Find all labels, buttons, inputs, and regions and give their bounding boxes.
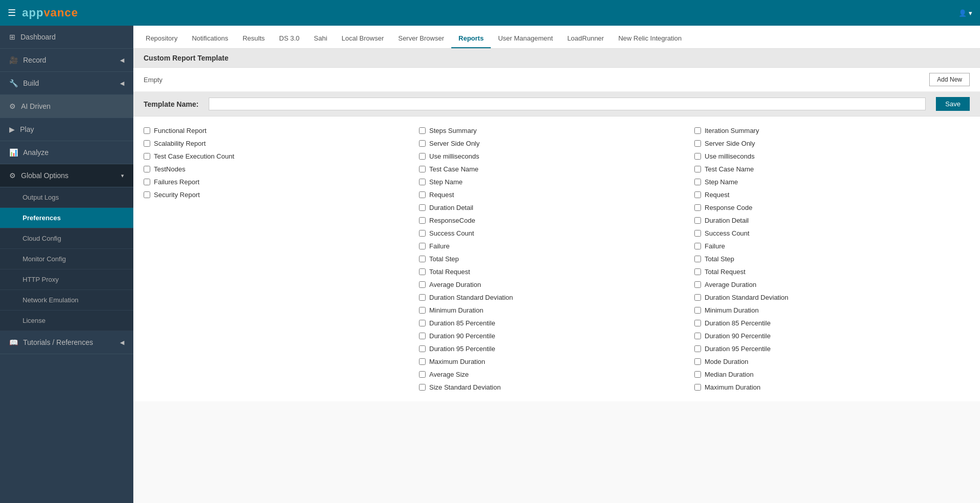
list-item: Success Count <box>419 227 694 240</box>
list-item: Failures Report <box>144 176 419 188</box>
sidebar-subitem-license[interactable]: License <box>0 311 133 331</box>
checkbox-col3-15[interactable] <box>694 320 701 326</box>
col2: Steps SummaryServer Side OnlyUse millise… <box>419 124 694 394</box>
custom-report-title: Custom Report Template <box>144 54 228 62</box>
sidebar-subitem-http-proxy[interactable]: HTTP Proxy <box>0 269 133 290</box>
checkbox-col3-8[interactable] <box>694 230 701 237</box>
checkbox-col2-9[interactable] <box>419 243 426 249</box>
checkbox-col3-14[interactable] <box>694 307 701 314</box>
checkbox-col2-4[interactable] <box>419 179 426 185</box>
checkbox-col2-14[interactable] <box>419 307 426 314</box>
record-chevron: ◀ <box>120 57 124 64</box>
tab-notifications[interactable]: Notifications <box>185 29 235 48</box>
sidebar-item-record[interactable]: 🎥 Record ◀ <box>0 49 133 72</box>
checkbox-col1-2[interactable] <box>144 153 150 160</box>
list-item: Duration 90 Percentile <box>694 330 970 342</box>
checkbox-col3-12[interactable] <box>694 281 701 288</box>
checkbox-col2-6[interactable] <box>419 204 426 211</box>
list-item: Test Case Name <box>694 163 970 176</box>
build-icon: 🔧 <box>9 79 18 87</box>
checkbox-col2-7[interactable] <box>419 217 426 224</box>
list-item: Security Report <box>144 188 419 201</box>
sidebar-subitem-output-logs[interactable]: Output Logs <box>0 187 133 208</box>
checkbox-col3-3[interactable] <box>694 166 701 172</box>
checkbox-col3-13[interactable] <box>694 294 701 301</box>
checkbox-col2-20[interactable] <box>419 384 426 391</box>
checkbox-col3-17[interactable] <box>694 345 701 352</box>
sidebar-item-ai-driven[interactable]: ⚙ AI Driven <box>0 95 133 118</box>
tab-user-management[interactable]: User Management <box>491 29 560 48</box>
dashboard-icon: ⊞ <box>9 33 15 41</box>
checkbox-col3-18[interactable] <box>694 358 701 365</box>
checkbox-col3-10[interactable] <box>694 256 701 262</box>
sidebar-subitem-monitor-config[interactable]: Monitor Config <box>0 249 133 269</box>
checkbox-col3-6[interactable] <box>694 204 701 211</box>
template-name-input[interactable] <box>209 98 926 110</box>
checkbox-col1-0[interactable] <box>144 127 150 134</box>
list-item: Server Side Only <box>694 137 970 150</box>
checkbox-col2-0[interactable] <box>419 127 426 134</box>
list-item: Duration 85 Percentile <box>694 317 970 330</box>
checkbox-col2-17[interactable] <box>419 345 426 352</box>
add-new-button[interactable]: Add New <box>929 73 970 86</box>
checkbox-col3-20[interactable] <box>694 384 701 391</box>
checkbox-col1-3[interactable] <box>144 166 150 172</box>
tab-new-relic[interactable]: New Relic Integration <box>611 29 689 48</box>
sidebar-item-build[interactable]: 🔧 Build ◀ <box>0 72 133 95</box>
tab-repository[interactable]: Repository <box>138 29 185 48</box>
checkbox-col2-12[interactable] <box>419 281 426 288</box>
list-item: Duration 90 Percentile <box>419 330 694 342</box>
user-menu[interactable]: 👤 ▾ <box>958 9 972 17</box>
checkbox-col3-19[interactable] <box>694 371 701 378</box>
tab-results[interactable]: Results <box>235 29 272 48</box>
checkbox-col2-19[interactable] <box>419 371 426 378</box>
global-options-icon: ⚙ <box>9 171 16 180</box>
list-item: Maximum Duration <box>694 381 970 394</box>
checkbox-col2-1[interactable] <box>419 140 426 147</box>
checkbox-col2-16[interactable] <box>419 333 426 339</box>
list-item: Use milliseconds <box>694 150 970 163</box>
list-item: Duration Standard Deviation <box>694 291 970 304</box>
tab-sahi[interactable]: Sahi <box>307 29 334 48</box>
sidebar-item-dashboard[interactable]: ⊞ Dashboard <box>0 26 133 49</box>
checkbox-col3-11[interactable] <box>694 268 701 275</box>
sidebar-item-play[interactable]: ▶ Play <box>0 118 133 141</box>
checkbox-col2-11[interactable] <box>419 268 426 275</box>
sidebar-item-analyze[interactable]: 📊 Analyze <box>0 141 133 164</box>
checkbox-col3-5[interactable] <box>694 191 701 198</box>
checkbox-col2-18[interactable] <box>419 358 426 365</box>
list-item: TestNodes <box>144 163 419 176</box>
tab-ds30[interactable]: DS 3.0 <box>272 29 307 48</box>
sidebar-subitem-network-emulation[interactable]: Network Emulation <box>0 290 133 311</box>
checkbox-col3-1[interactable] <box>694 140 701 147</box>
checkbox-col1-5[interactable] <box>144 191 150 198</box>
checkbox-col2-13[interactable] <box>419 294 426 301</box>
sidebar-item-tutorials[interactable]: 📖 Tutorials / References ◀ <box>0 331 133 354</box>
checkbox-col1-1[interactable] <box>144 140 150 147</box>
checkbox-col3-7[interactable] <box>694 217 701 224</box>
tab-server-browser[interactable]: Server Browser <box>391 29 451 48</box>
checkbox-col2-8[interactable] <box>419 230 426 237</box>
tab-local-browser[interactable]: Local Browser <box>334 29 391 48</box>
hamburger-menu[interactable]: ☰ <box>8 7 16 18</box>
checkbox-col2-3[interactable] <box>419 166 426 172</box>
checkbox-col3-9[interactable] <box>694 243 701 249</box>
list-item: Duration Detail <box>694 214 970 227</box>
checkbox-col3-4[interactable] <box>694 179 701 185</box>
sidebar-subitem-cloud-config[interactable]: Cloud Config <box>0 228 133 249</box>
checkbox-col3-16[interactable] <box>694 333 701 339</box>
save-button[interactable]: Save <box>936 97 970 111</box>
list-item: Mode Duration <box>694 355 970 368</box>
checkbox-col2-2[interactable] <box>419 153 426 160</box>
checkbox-col3-2[interactable] <box>694 153 701 160</box>
checkbox-col1-4[interactable] <box>144 179 150 185</box>
tab-reports[interactable]: Reports <box>451 29 491 48</box>
sidebar-subitem-preferences[interactable]: Preferences <box>0 208 133 228</box>
checkbox-col2-10[interactable] <box>419 256 426 262</box>
tab-loadrunner[interactable]: LoadRunner <box>560 29 611 48</box>
checkbox-col2-5[interactable] <box>419 191 426 198</box>
checkbox-col3-0[interactable] <box>694 127 701 134</box>
checkbox-col2-15[interactable] <box>419 320 426 326</box>
sidebar-item-global-options[interactable]: ⚙ Global Options ▾ <box>0 164 133 187</box>
list-item: Maximum Duration <box>419 355 694 368</box>
